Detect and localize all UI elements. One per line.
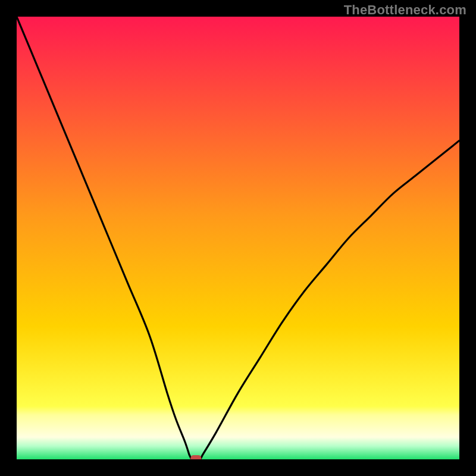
- optimal-marker: [190, 455, 201, 459]
- chart-container: TheBottleneck.com: [0, 0, 476, 476]
- plot-area: [17, 17, 459, 459]
- watermark-text: TheBottleneck.com: [344, 2, 466, 18]
- bottleneck-chart: [17, 17, 459, 459]
